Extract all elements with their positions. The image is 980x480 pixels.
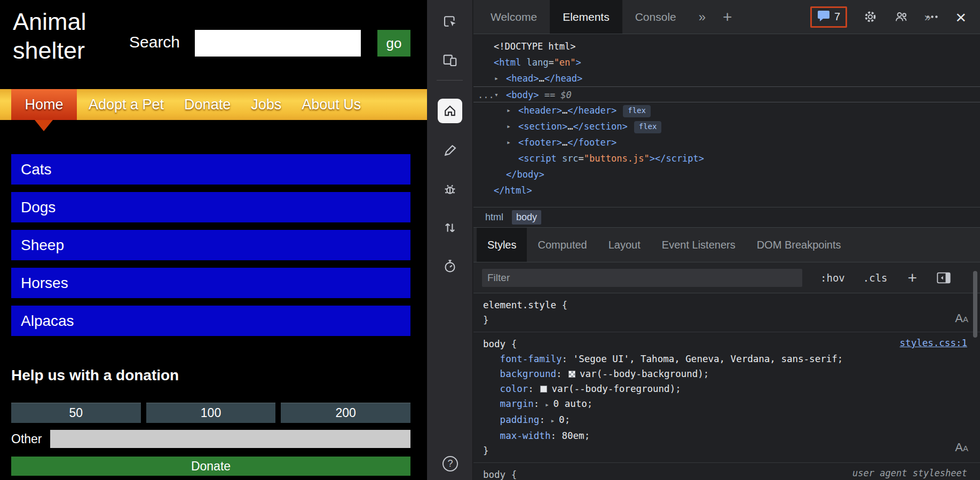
styles-filter-row: :hov .cls + [473, 262, 980, 293]
css-declaration-line[interactable]: max-width: 80em; [483, 428, 980, 443]
devtools-tab-elements[interactable]: Elements [550, 0, 622, 34]
help-icon[interactable]: ? [442, 456, 458, 471]
stylesheet-origin-note: user agent stylesheet [852, 468, 967, 478]
device-emulation-icon[interactable] [427, 52, 473, 68]
class-toggle[interactable]: .cls [863, 272, 888, 284]
dom-node-line[interactable]: ▸<footer>…</footer> [473, 134, 980, 150]
category-button-horses[interactable]: Horses [11, 268, 410, 298]
breadcrumb-html[interactable]: html [481, 210, 508, 225]
other-amount-input[interactable] [50, 430, 410, 448]
styles-filter-input[interactable] [482, 269, 802, 287]
category-button-alpacas[interactable]: Alpacas [11, 306, 410, 336]
expand-arrow-icon[interactable]: ▸ [507, 102, 511, 118]
expand-arrow-icon[interactable]: ▸ [494, 70, 499, 86]
category-button-cats[interactable]: Cats [11, 154, 410, 185]
dom-tree: <!DOCTYPE html><html lang="en">▸<head>…<… [473, 34, 980, 207]
sidebar-tab-event-listeners[interactable]: Event Listeners [651, 228, 746, 262]
category-button-dogs[interactable]: Dogs [11, 192, 410, 222]
search-input[interactable] [195, 30, 361, 57]
other-amount-label: Other [11, 432, 42, 446]
dom-node-line[interactable]: <!DOCTYPE html> [473, 38, 980, 54]
sidebar-tab-styles[interactable]: Styles [477, 228, 527, 262]
donate-button[interactable]: Donate [11, 457, 410, 476]
dom-node-line[interactable]: ▸<header>…</header>flex [473, 102, 980, 118]
nav-item-home[interactable]: Home [11, 89, 77, 120]
nav-item-donate[interactable]: Donate [184, 97, 231, 113]
tab-actions: 7 × [810, 0, 980, 34]
flex-badge[interactable]: flex [623, 105, 651, 117]
css-declaration-line[interactable]: element.style { [483, 298, 980, 313]
donation-amount-100[interactable]: 100 [146, 403, 276, 423]
donation-amount-50[interactable]: 50 [11, 403, 141, 423]
more-tabs-button[interactable]: » [689, 0, 715, 34]
dom-node-line[interactable]: </html> [473, 182, 980, 198]
feedback-bubble-icon [817, 10, 830, 24]
dom-node-line[interactable]: <html lang="en"> [473, 54, 980, 70]
color-swatch-white[interactable] [540, 386, 547, 393]
home-icon[interactable] [438, 99, 462, 123]
css-declaration-line[interactable]: padding: ▸ 0; [483, 412, 980, 428]
font-size-icon[interactable]: AA [955, 311, 968, 325]
expand-arrow-icon[interactable]: ▾ [494, 87, 499, 103]
close-devtools-button[interactable]: × [955, 8, 966, 26]
sidebar-tabs: StylesComputedLayoutEvent ListenersDOM B… [473, 227, 980, 262]
dom-node-line[interactable]: ▸<section>…</section>flex [473, 118, 980, 134]
dom-node-line[interactable]: ▸<head>…</head> [473, 70, 980, 86]
scrollbar-thumb[interactable] [973, 271, 977, 338]
devtools-tab-console[interactable]: Console [622, 0, 689, 34]
sidebar-tab-computed[interactable]: Computed [527, 228, 597, 262]
sort-arrows-icon[interactable] [427, 220, 473, 236]
sidebar-tab-layout[interactable]: Layout [598, 228, 651, 262]
devtools-tab-welcome[interactable]: Welcome [478, 0, 550, 34]
nav-item-about-us[interactable]: About Us [302, 97, 361, 113]
activity-bar-divider [437, 80, 463, 81]
dom-node-line[interactable]: ...▾<body> == $0 [473, 86, 980, 102]
flex-badge[interactable]: flex [634, 121, 662, 133]
css-declaration-line[interactable]: background: var(--body-background); [483, 366, 980, 381]
feedback-button-highlighted[interactable]: 7 [810, 6, 847, 28]
sidebar-tab-dom-breakpoints[interactable]: DOM Breakpoints [746, 228, 852, 262]
accounts-people-icon[interactable] [894, 10, 909, 24]
donation-amounts: 50100200 [11, 403, 410, 423]
donation-heading: Help us with a donation [11, 367, 179, 384]
animal-shelter-page: Animal shelter Search go HomeAdopt a Pet… [0, 0, 427, 480]
feedback-count: 7 [834, 11, 840, 23]
bug-icon[interactable] [427, 181, 473, 197]
site-title: Animal shelter [13, 7, 125, 65]
color-swatch-checker[interactable] [568, 371, 575, 378]
css-declaration-line[interactable]: } [483, 313, 980, 327]
breadcrumb-body[interactable]: body [512, 210, 541, 225]
hover-state-toggle[interactable]: :hov [820, 272, 845, 284]
css-declaration-line[interactable]: } [483, 443, 980, 458]
element-breadcrumbs: htmlbody [473, 207, 980, 227]
stylesheet-link[interactable]: styles.css:1 [900, 338, 967, 348]
nav-item-adopt-a-pet[interactable]: Adopt a Pet [89, 97, 164, 113]
ellipsis-gutter: ... [478, 87, 494, 103]
dom-node-line[interactable]: <script src="buttons.js"></script> [473, 150, 980, 166]
css-declaration-line[interactable]: font-family: 'Segoe UI', Tahoma, Geneva,… [483, 351, 980, 366]
settings-gear-icon[interactable] [863, 10, 878, 24]
styles-pane: element.style {}styles.css:1body { font-… [473, 293, 980, 480]
timer-icon[interactable] [427, 258, 473, 274]
css-rule-ua-rule: user agent stylesheetbody { [473, 463, 980, 480]
nav-item-jobs[interactable]: Jobs [251, 97, 281, 113]
sidebar-toggle-icon[interactable] [936, 271, 951, 284]
expand-arrow-icon[interactable]: ▸ [507, 118, 511, 134]
devtools-panel: WelcomeElementsConsole » + 7 [473, 0, 980, 480]
sidebar-more-tabs[interactable]: » [924, 0, 931, 35]
css-declaration-line[interactable]: margin: ▸ 0 auto; [483, 396, 980, 412]
css-declaration-line[interactable]: color: var(--body-foreground); [483, 381, 980, 396]
font-size-icon[interactable]: AA [955, 441, 968, 454]
dom-node-line[interactable]: </body> [473, 166, 980, 182]
donation-amount-200[interactable]: 200 [281, 403, 410, 423]
add-tab-button[interactable]: + [715, 0, 740, 34]
new-style-rule-button[interactable]: + [908, 270, 918, 286]
edit-pen-icon[interactable] [427, 142, 473, 158]
active-tab-arrow [35, 120, 53, 131]
css-rule-element-style: element.style {} [473, 293, 980, 332]
search-label: Search [129, 33, 180, 51]
category-button-sheep[interactable]: Sheep [11, 230, 410, 260]
search-go-button[interactable]: go [377, 30, 410, 57]
inspect-icon[interactable] [427, 13, 473, 29]
expand-arrow-icon[interactable]: ▸ [507, 134, 511, 150]
